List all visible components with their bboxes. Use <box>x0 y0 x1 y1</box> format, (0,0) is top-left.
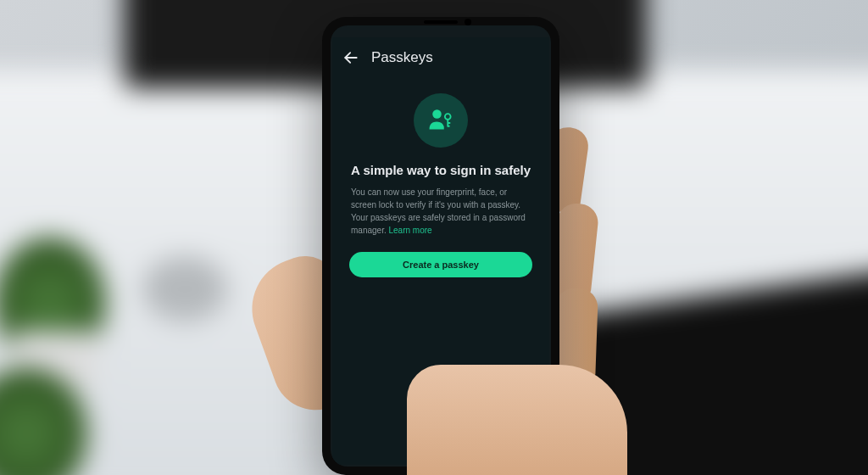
phone-speaker <box>424 20 458 24</box>
phone-screen: Passkeys A simple way to sign in safely <box>332 37 549 465</box>
app-header: Passkeys <box>332 37 549 78</box>
body-copy: You can now use your fingerprint, face, … <box>351 187 526 235</box>
phone-frame: Passkeys A simple way to sign in safely <box>322 17 559 475</box>
body-text: You can now use your fingerprint, face, … <box>349 186 532 237</box>
phone-camera <box>465 19 471 25</box>
svg-point-2 <box>445 114 451 120</box>
hero-icon-container <box>414 93 468 148</box>
phone-bezel: Passkeys A simple way to sign in safely <box>331 25 551 467</box>
main-content: A simple way to sign in safely You can n… <box>332 78 549 465</box>
back-button[interactable] <box>342 49 359 66</box>
svg-point-1 <box>432 109 442 119</box>
passkey-icon <box>426 105 456 136</box>
learn-more-link[interactable]: Learn more <box>388 226 431 235</box>
page-title: Passkeys <box>371 49 433 66</box>
create-passkey-button[interactable]: Create a passkey <box>349 252 532 277</box>
heading-text: A simple way to sign in safely <box>349 163 532 177</box>
arrow-left-icon <box>342 49 359 66</box>
